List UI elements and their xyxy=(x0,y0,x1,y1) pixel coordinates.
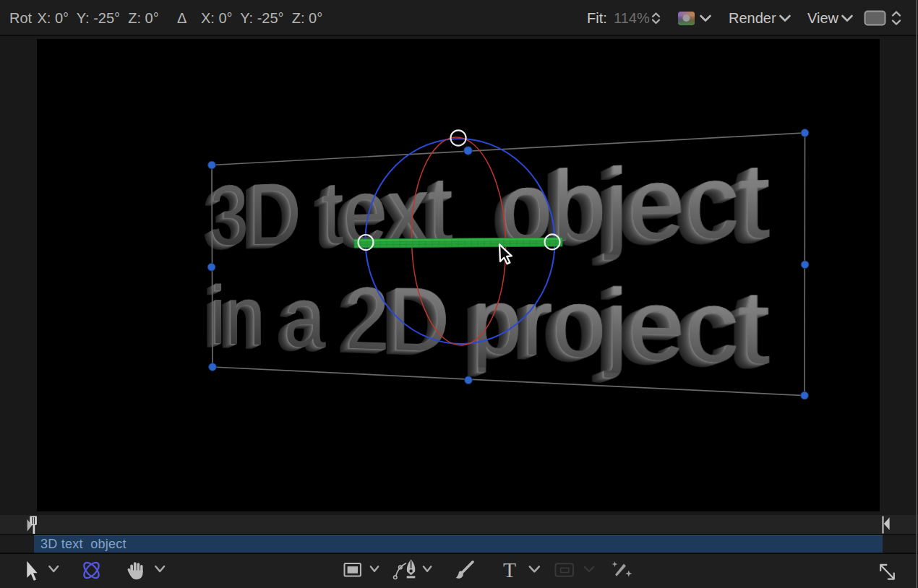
svg-text:T: T xyxy=(503,558,516,581)
